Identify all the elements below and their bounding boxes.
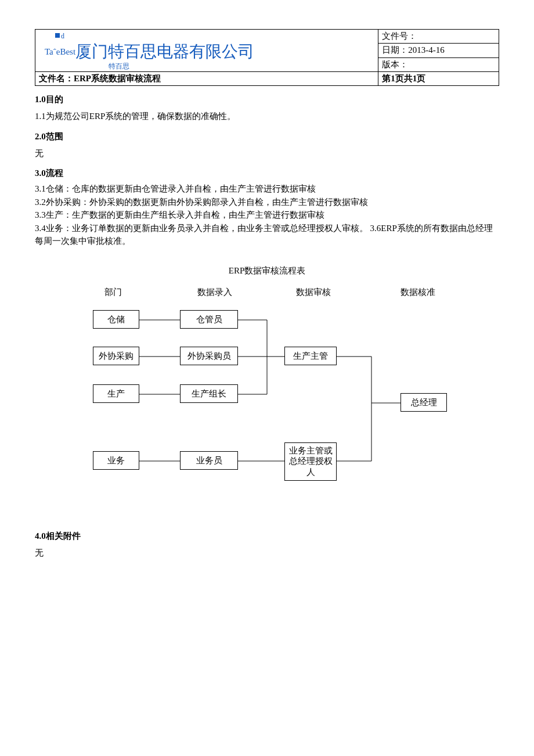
connector-lines xyxy=(87,287,470,496)
section-2-body: 无 xyxy=(35,147,499,160)
node-entry-warehouse: 仓管员 xyxy=(180,310,238,329)
s3-line: 3.2外协采购：外协采购的数据更新由外协采购部录入并自检，由生产主管进行数据审核 xyxy=(35,196,499,209)
node-audit-biz-mgr: 业务主管或总经理授权人 xyxy=(284,442,337,481)
node-dept-production: 生产 xyxy=(93,384,139,404)
section-4-body: 无 xyxy=(35,546,499,560)
section-1-title: 1.0目的 xyxy=(35,94,499,105)
file-name: 文件名：ERP系统数据审核流程 xyxy=(35,72,378,86)
s3-line: 3.4业务：业务订单数据的更新由业务员录入并自检，由业务主管或总经理授权人审核。… xyxy=(35,222,499,248)
node-approve-gm: 总经理 xyxy=(400,393,447,412)
doc-no: 文件号： xyxy=(378,30,499,44)
page-info: 第1页共1页 xyxy=(378,72,499,86)
diagram-title: ERP数据审核流程表 xyxy=(35,265,499,276)
node-entry-outsource: 外协采购员 xyxy=(180,347,238,366)
section-2-title: 2.0范围 xyxy=(35,131,499,142)
company-name: TaˆeBest厦门特百思电器有限公司 xyxy=(45,41,374,63)
doc-date: 日期：2013-4-16 xyxy=(378,44,499,57)
logo-cell: d TaˆeBest厦门特百思电器有限公司 特百思 xyxy=(35,30,378,72)
node-dept-storage: 仓储 xyxy=(93,310,139,329)
logo-subtitle: 特百思 xyxy=(109,62,374,71)
section-4-title: 4.0相关附件 xyxy=(35,531,499,542)
s3-line: 3.3生产：生产数据的更新由生产组长录入并自检，由生产主管进行数据审核 xyxy=(35,208,499,222)
node-audit-prod-mgr: 生产主管 xyxy=(284,347,337,366)
doc-version: 版本： xyxy=(378,57,499,71)
node-dept-outsource: 外协采购 xyxy=(93,347,139,366)
header-table: d TaˆeBest厦门特百思电器有限公司 特百思 文件号： 日期：2013-4… xyxy=(35,29,499,86)
logo-square-icon xyxy=(55,33,60,38)
node-entry-teamlead: 生产组长 xyxy=(180,384,238,404)
flow-diagram: 部门 数据录入 数据审核 数据核准 xyxy=(87,287,470,496)
section-1-body: 1.1为规范公司ERP系统的管理，确保数据的准确性。 xyxy=(35,110,499,123)
node-entry-salesman: 业务员 xyxy=(180,451,238,470)
s3-line: 3.1仓储：仓库的数据更新由仓管进录入并自检，由生产主管进行数据审核 xyxy=(35,182,499,196)
logo-top: d xyxy=(55,32,374,41)
node-dept-business: 业务 xyxy=(93,451,139,470)
section-3-body: 3.1仓储：仓库的数据更新由仓管进录入并自检，由生产主管进行数据审核 3.2外协… xyxy=(35,182,499,248)
section-3-title: 3.0流程 xyxy=(35,168,499,179)
